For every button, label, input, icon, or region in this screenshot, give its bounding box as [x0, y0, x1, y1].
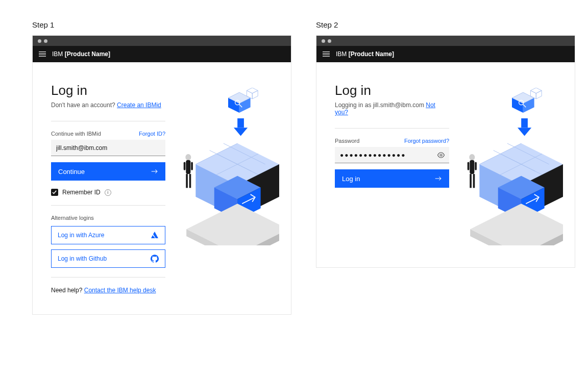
divider [335, 128, 449, 129]
svg-rect-48 [521, 118, 528, 128]
window-dot-icon [322, 39, 325, 43]
svg-marker-45 [530, 88, 542, 93]
svg-marker-6 [252, 90, 258, 98]
step1-label: Step 1 [32, 20, 291, 29]
product-brand: IBM [Product Name] [52, 51, 110, 58]
page-title: Log in [51, 83, 165, 98]
remember-id-label: Remember ID [62, 189, 101, 196]
password-field-label: Password [335, 138, 359, 144]
svg-point-50 [469, 154, 475, 161]
window-dot-icon [328, 39, 331, 43]
product-topbar: IBM [Product Name] [316, 46, 575, 62]
info-icon[interactable]: i [105, 189, 111, 196]
eye-icon [437, 152, 445, 158]
svg-marker-5 [247, 88, 258, 93]
alt-logins-heading: Alternative logins [51, 215, 94, 221]
continue-button[interactable]: Continue [51, 162, 165, 181]
illustration [165, 83, 291, 294]
svg-marker-49 [518, 128, 531, 136]
page-title: Log in [335, 83, 449, 98]
signup-subline: Don't have an account? Create an IBMid [51, 102, 165, 109]
login-azure-button[interactable]: Log in with Azure [51, 226, 165, 244]
logging-in-subline: Logging in as jill.smith@ibm.com Not you… [335, 102, 449, 116]
ibmid-input[interactable] [51, 140, 165, 156]
svg-rect-15 [191, 162, 193, 170]
divider [51, 205, 165, 206]
svg-rect-51 [470, 160, 474, 174]
forgot-password-link[interactable]: Forgot password? [404, 138, 449, 144]
step2-label: Step 2 [316, 20, 581, 29]
toggle-password-visibility-button[interactable] [436, 150, 446, 160]
svg-point-10 [185, 154, 191, 161]
remember-id-checkbox[interactable] [51, 189, 58, 196]
svg-rect-55 [475, 162, 477, 170]
arrow-right-icon [151, 168, 158, 174]
app-window-step2: IBM [Product Name] Log in Logging in as … [316, 35, 575, 268]
help-line: Need help? Contact the IBM help desk [51, 287, 165, 294]
password-input[interactable] [335, 147, 449, 163]
app-window-step1: IBM [Product Name] Log in Don't have an … [32, 35, 291, 315]
svg-rect-14 [184, 162, 186, 170]
svg-rect-11 [186, 160, 190, 174]
login-button[interactable]: Log in [335, 169, 449, 188]
window-titlebar [316, 36, 575, 46]
menu-icon[interactable] [39, 52, 46, 57]
azure-icon [151, 231, 159, 239]
svg-point-39 [440, 154, 442, 156]
login-github-button[interactable]: Log in with Github [51, 249, 165, 268]
svg-marker-46 [536, 90, 542, 98]
window-titlebar [33, 36, 291, 46]
svg-rect-12 [186, 174, 188, 188]
forgot-id-link[interactable]: Forgot ID? [139, 131, 165, 137]
help-desk-link[interactable]: Contact the IBM help desk [84, 287, 156, 294]
svg-rect-54 [468, 162, 470, 170]
window-dot-icon [44, 39, 47, 43]
svg-rect-8 [237, 118, 244, 128]
svg-rect-52 [470, 174, 472, 188]
window-dot-icon [38, 39, 41, 43]
create-ibmid-link[interactable]: Create an IBMid [117, 102, 161, 109]
divider [51, 121, 165, 121]
arrow-right-icon [435, 175, 442, 182]
svg-rect-13 [189, 174, 191, 188]
illustration [449, 83, 575, 247]
ibmid-field-label: Continue with IBMid [51, 131, 101, 137]
divider [51, 277, 165, 278]
github-icon [151, 255, 159, 263]
product-topbar: IBM [Product Name] [33, 46, 291, 62]
menu-icon[interactable] [323, 52, 330, 57]
product-brand: IBM [Product Name] [336, 51, 394, 58]
svg-rect-53 [473, 174, 475, 188]
svg-marker-9 [234, 128, 248, 136]
